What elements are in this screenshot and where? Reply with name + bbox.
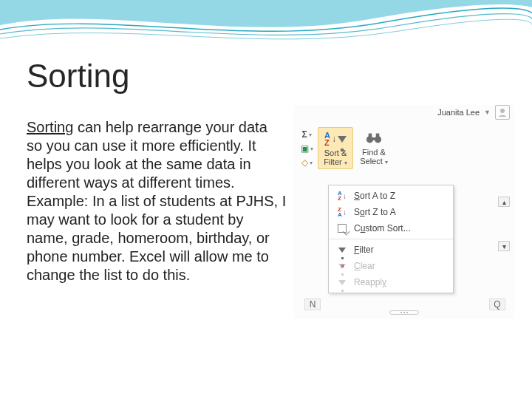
custom-sort-icon (338, 224, 347, 233)
slide-top-wave (0, 0, 532, 52)
svg-rect-4 (369, 134, 372, 137)
funnel-reapply-icon (338, 280, 346, 285)
account-area[interactable]: Juanita Lee ▼ (437, 105, 510, 120)
autosum-button[interactable]: Σ▾ (299, 129, 315, 140)
body-rest: can help rearrange your data so you can … (27, 119, 286, 283)
slide-body: Sorting can help rearrange your data so … (27, 118, 287, 284)
account-name: Juanita Lee (437, 108, 480, 117)
excel-screenshot: Juanita Lee ▼ Σ▾ ▣▾ ◇▾ AZ ↓ Sort & Filte… (294, 105, 514, 319)
menu-separator (329, 239, 453, 239)
menu-sort-z-to-a[interactable]: ZA↓ Sort Z to A (329, 204, 453, 220)
funnel-icon (338, 248, 346, 253)
arrow-down-icon: ↓ (332, 134, 336, 144)
menu-filter[interactable]: Filter (329, 242, 453, 258)
chevron-down-icon: ▾ (344, 160, 347, 166)
scroll-up-arrow[interactable]: ▴ (498, 197, 510, 207)
account-dropdown-icon[interactable]: ▼ (484, 109, 491, 116)
menu-custom-sort[interactable]: Custom Sort... (329, 220, 453, 236)
chevron-down-icon: ▾ (385, 159, 388, 166)
menu-sort-a-to-z[interactable]: AZ↓ SSort A to Zort A to Z (329, 188, 453, 204)
ribbon-editing-group: Σ▾ ▣▾ ◇▾ AZ ↓ Sort & Filter ▾ Find & Sel… (299, 127, 392, 169)
fill-button[interactable]: ▣▾ (299, 143, 315, 154)
slide-title: Sorting (27, 58, 129, 95)
column-header-q[interactable]: Q (489, 299, 505, 310)
clear-button[interactable]: ◇▾ (299, 157, 315, 168)
avatar[interactable] (495, 105, 510, 120)
body-lead-word: Sorting (27, 119, 73, 135)
svg-point-0 (500, 109, 505, 113)
menu-reapply: Reapply (329, 274, 453, 290)
sort-and-filter-button[interactable]: AZ ↓ Sort & Filter ▾ (318, 127, 353, 169)
menu-clear: × Clear (329, 258, 453, 274)
sort-az-icon: AZ (324, 132, 330, 146)
sort-filter-menu: AZ↓ SSort A to Zort A to Z ZA↓ Sort Z to… (328, 185, 454, 293)
sheet-splitter-handle[interactable] (389, 310, 419, 315)
find-select-label: Find & Select (360, 148, 386, 166)
svg-rect-5 (376, 134, 380, 137)
binoculars-icon (366, 131, 382, 146)
svg-rect-3 (372, 137, 376, 140)
column-header-n[interactable]: N (304, 299, 321, 310)
funnel-icon (338, 136, 347, 143)
scroll-down-arrow[interactable]: ▾ (498, 241, 510, 251)
find-and-select-button[interactable]: Find & Select ▾ (356, 127, 392, 168)
sort-filter-label: Sort & Filter (324, 149, 347, 166)
autosum-column: Σ▾ ▣▾ ◇▾ (299, 127, 315, 168)
